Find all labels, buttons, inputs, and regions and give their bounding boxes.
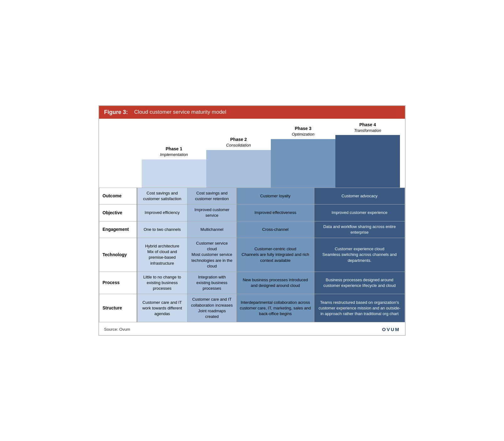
phase-stair-4: Phase 4Transformation	[335, 122, 400, 188]
cell-4-3: Business processes designed around custo…	[314, 272, 405, 294]
table-row: EngagementOne to two channelsMultichanne…	[99, 221, 405, 238]
cell-3-3: Customer experience cloudSeamless switch…	[314, 238, 405, 272]
phase-header-3: Phase 3Optimization	[292, 126, 314, 139]
row-header-1: Objective	[99, 205, 137, 221]
figure-label: Figure 3:	[104, 109, 128, 116]
phase-stair-2: Phase 2Consolidation	[206, 122, 271, 188]
cell-0-2: Customer loyalty	[236, 188, 314, 204]
phase-header-2: Phase 2Consolidation	[226, 137, 251, 150]
cell-3-1: Customer service cloudMost customer serv…	[187, 238, 236, 272]
cell-3-2: Customer-centric cloudChannels are fully…	[236, 238, 314, 272]
phase-bar-3	[271, 139, 335, 188]
phase-bar-2	[206, 150, 271, 188]
phase-bar-1	[142, 159, 206, 188]
phase-header-4: Phase 4Transformation	[354, 122, 381, 135]
phase-stair-1: Phase 1Implementation	[142, 122, 206, 188]
cell-0-1: Cost savings and customer retention	[187, 188, 236, 204]
cell-2-2: Cross-channel	[236, 221, 314, 238]
figure-title-text: Cloud customer service maturity model	[134, 109, 226, 115]
cell-5-3: Teams restructured based on organization…	[314, 294, 405, 322]
cell-2-1: Multichannel	[187, 221, 236, 238]
cell-3-0: Hybrid architectureMix of cloud and prem…	[137, 238, 187, 272]
figure-title-bar: Figure 3: Cloud customer service maturit…	[99, 106, 405, 119]
cell-4-2: New business processes introduced and de…	[236, 272, 314, 294]
table-row: OutcomeCost savings and customer satisfa…	[99, 188, 405, 204]
cell-5-2: Interdepartmental collaboration across c…	[236, 294, 314, 322]
ovum-logo: OVUM	[382, 327, 400, 332]
cell-1-3: Improved customer experience	[314, 205, 405, 221]
cell-2-0: One to two channels	[137, 221, 187, 238]
data-table: OutcomeCost savings and customer satisfa…	[99, 188, 405, 322]
cell-4-1: Integration with existing business proce…	[187, 272, 236, 294]
figure-container: Figure 3: Cloud customer service maturit…	[98, 105, 406, 336]
cell-1-1: Improved customer service	[187, 205, 236, 221]
table-row: TechnologyHybrid architectureMix of clou…	[99, 238, 405, 272]
cell-5-1: Customer care and IT collaboration incre…	[187, 294, 236, 322]
cell-0-3: Customer advocacy	[314, 188, 405, 204]
table-row: StructureCustomer care and IT work towar…	[99, 294, 405, 322]
phases-staircase: Phase 1ImplementationPhase 2Consolidatio…	[142, 122, 400, 188]
row-header-5: Structure	[99, 294, 137, 322]
cell-2-3: Data and workflow sharing across entire …	[314, 221, 405, 238]
table-row: ObjectiveImproved efficiencyImproved cus…	[99, 205, 405, 221]
row-header-0: Outcome	[99, 188, 137, 204]
footer: Source: Ovum OVUM	[99, 324, 405, 335]
cell-1-0: Improved efficiency	[137, 205, 187, 221]
table-row: ProcessLittle to no change to existing b…	[99, 272, 405, 294]
row-header-4: Process	[99, 272, 137, 294]
cell-1-2: Improved effectiveness	[236, 205, 314, 221]
cell-5-0: Customer care and IT work towards differ…	[137, 294, 187, 322]
phase-header-1: Phase 1Implementation	[160, 146, 188, 159]
row-header-2: Engagement	[99, 221, 137, 238]
phase-bar-4	[335, 135, 400, 188]
phase-stair-3: Phase 3Optimization	[271, 122, 335, 188]
source-text: Source: Ovum	[104, 327, 130, 332]
cell-0-0: Cost savings and customer satisfaction	[137, 188, 187, 204]
cell-4-0: Little to no change to existing business…	[137, 272, 187, 294]
row-header-3: Technology	[99, 238, 137, 272]
staircase-area: Phase 1ImplementationPhase 2Consolidatio…	[99, 119, 405, 188]
